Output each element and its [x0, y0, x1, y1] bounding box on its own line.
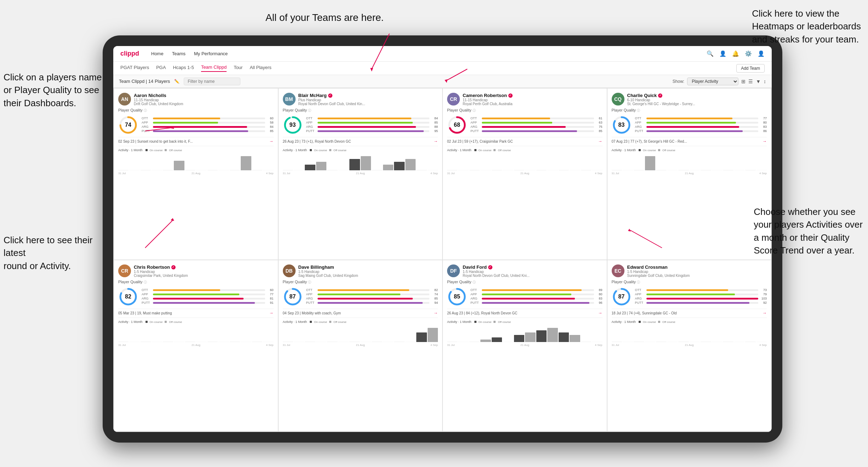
- player-card[interactable]: BM Blair McHarg ✓ Plus Handicap Royal No…: [279, 89, 442, 260]
- activity-title: Activity · 1 Month: [283, 148, 307, 152]
- search-icon[interactable]: 🔍: [707, 50, 714, 57]
- activity-title: Activity · 1 Month: [447, 320, 472, 324]
- filter-icon[interactable]: ▼: [756, 79, 761, 84]
- chart-bar: [196, 170, 206, 170]
- tab-all-players[interactable]: All Players: [250, 65, 271, 72]
- nav-my-performance[interactable]: My Performance: [194, 51, 228, 56]
- quality-circle[interactable]: 87: [612, 287, 632, 307]
- stat-label-putt: PUTT: [142, 129, 152, 133]
- player-club: Craigsimilar Park, United Kingdom: [134, 274, 274, 278]
- chart-area: [612, 325, 767, 343]
- tab-tour[interactable]: Tour: [234, 65, 242, 72]
- round-arrow-icon[interactable]: →: [598, 139, 603, 144]
- round-arrow-icon[interactable]: →: [269, 139, 274, 144]
- player-card[interactable]: EC Edward Crossman 1-5 Handicap Sunningd…: [607, 260, 771, 431]
- quality-circle[interactable]: 85: [447, 287, 467, 307]
- player-card[interactable]: DB Dave Billingham 1-5 Handicap Sag Main…: [279, 260, 442, 431]
- player-card[interactable]: CR Cameron Robertson ✓ 11-15 Handicap Ro…: [443, 89, 607, 260]
- latest-round[interactable]: 05 Mar 23 | 19, Must make putting →: [118, 309, 274, 315]
- settings-icon[interactable]: ⚙️: [745, 50, 752, 57]
- player-name[interactable]: Chris Robertson ✓: [134, 264, 274, 270]
- player-card[interactable]: CQ Charlie Quick ✓ 6-10 Handicap St. Geo…: [607, 89, 771, 260]
- player-name[interactable]: Aaron Nicholls: [134, 93, 274, 98]
- sort-icon[interactable]: ↕: [764, 79, 766, 84]
- tab-pgat[interactable]: PGAT Players: [120, 65, 149, 72]
- latest-round[interactable]: 26 Aug 23 | 73 (+1), Royal North Devon G…: [283, 137, 438, 144]
- player-name[interactable]: Charlie Quick ✓: [627, 93, 767, 98]
- stat-bar-app: [482, 294, 594, 295]
- player-name[interactable]: Blair McHarg ✓: [298, 93, 438, 98]
- quality-circle[interactable]: 68: [447, 115, 467, 135]
- quality-container[interactable]: 83 OTT 77 APP 80 ARG: [612, 115, 767, 135]
- chart-bar: [581, 170, 591, 170]
- chart-bar: [503, 342, 513, 342]
- player-name[interactable]: Cameron Robertson ✓: [463, 93, 603, 98]
- stat-value-ott: 77: [760, 116, 767, 120]
- latest-round[interactable]: 07 Aug 23 | 77 (+7), St George's Hill GC…: [612, 137, 767, 144]
- chart-bar: [327, 170, 337, 170]
- round-arrow-icon[interactable]: →: [763, 139, 767, 144]
- quality-container[interactable]: 87 OTT 73 APP 79 ARG: [612, 287, 767, 307]
- chart-dates: 31 Jul21 Aug4 Sep: [283, 172, 438, 175]
- round-arrow-icon[interactable]: →: [434, 311, 438, 315]
- quality-circle[interactable]: 83: [612, 115, 632, 135]
- quality-container[interactable]: 82 OTT 60 APP 77 ARG: [118, 287, 274, 307]
- latest-round[interactable]: 04 Sep 23 | Mobility with coach, Gym →: [283, 309, 438, 315]
- tab-pga[interactable]: PGA: [156, 65, 166, 72]
- latest-round[interactable]: 18 Jul 23 | 74 (+4), Sunningdale GC - Ol…: [612, 309, 767, 315]
- nav-logo[interactable]: clippd: [120, 50, 139, 57]
- quality-circle[interactable]: 74: [118, 115, 138, 135]
- list-view-icon[interactable]: ☰: [748, 79, 753, 84]
- quality-container[interactable]: 68 OTT 61 APP 63 ARG: [447, 115, 603, 135]
- edit-icon[interactable]: ✏️: [174, 79, 179, 84]
- nav-home[interactable]: Home: [151, 51, 164, 56]
- stat-label-app: APP: [635, 121, 645, 124]
- player-card[interactable]: CR Chris Robertson ✓ 1-5 Handicap Craigs…: [114, 260, 278, 431]
- quality-circle[interactable]: 87: [283, 287, 303, 307]
- chart-bar: [447, 170, 457, 170]
- chart-date: 31 Jul: [612, 343, 619, 347]
- quality-container[interactable]: 93 OTT 84 APP 85 ARG: [283, 115, 438, 135]
- quality-circle[interactable]: 82: [118, 287, 138, 307]
- chart-date: 31 Jul: [447, 343, 455, 347]
- tab-hcaps[interactable]: Hcaps 1-5: [173, 65, 194, 72]
- bell-icon[interactable]: 🔔: [732, 50, 739, 57]
- quality-container[interactable]: 74 OTT 60 APP 58 ARG: [118, 115, 274, 135]
- user-icon[interactable]: 👤: [719, 50, 726, 57]
- latest-round[interactable]: 26 Aug 23 | 84 (+12), Royal North Devon …: [447, 309, 603, 315]
- chart-date: 21 Aug: [685, 172, 694, 175]
- add-team-button[interactable]: Add Team: [736, 64, 765, 73]
- player-card[interactable]: DF David Ford ✓ 1-5 Handicap Royal North…: [443, 260, 607, 431]
- grid-view-icon[interactable]: ⊞: [741, 79, 746, 84]
- sub-nav-right: Add Team: [736, 64, 765, 73]
- round-arrow-icon[interactable]: →: [269, 311, 274, 315]
- quality-container[interactable]: 87 OTT 82 APP 74 ARG: [283, 287, 438, 307]
- stat-label-app: APP: [635, 292, 645, 296]
- chart-bar: [623, 170, 633, 170]
- latest-round[interactable]: 02 Sep 23 | Sunset round to get back int…: [118, 137, 274, 144]
- stat-bar-putt: [482, 130, 594, 132]
- stat-value-putt: 94: [431, 301, 438, 304]
- avatar-icon[interactable]: 👤: [758, 50, 765, 57]
- nav-teams[interactable]: Teams: [172, 51, 185, 56]
- chart-bar: [316, 162, 326, 170]
- search-input[interactable]: [184, 78, 240, 85]
- round-arrow-icon[interactable]: →: [598, 311, 603, 315]
- player-name[interactable]: Dave Billingham: [298, 264, 438, 270]
- player-name[interactable]: David Ford ✓: [463, 264, 603, 270]
- chart-bar: [338, 342, 349, 342]
- round-arrow-icon[interactable]: →: [763, 311, 767, 315]
- show-select[interactable]: Player Activity Quality Score Trend: [687, 78, 738, 85]
- tab-team-clippd[interactable]: Team Clippd: [201, 64, 227, 72]
- chart-bar: [252, 342, 262, 342]
- stat-label-app: APP: [306, 121, 316, 124]
- player-name[interactable]: Edward Crossman: [627, 264, 767, 270]
- latest-round[interactable]: 02 Jul 23 | 59 (+17), Craigsimilar Park …: [447, 137, 603, 144]
- chart-bar: [207, 342, 218, 342]
- stat-label-arg: ARG: [635, 125, 645, 129]
- player-card[interactable]: AN Aaron Nicholls 11-15 Handicap Drift G…: [114, 89, 278, 260]
- round-text: 02 Sep 23 | Sunset round to get back int…: [118, 139, 269, 143]
- quality-circle[interactable]: 93: [283, 115, 303, 135]
- round-arrow-icon[interactable]: →: [434, 139, 438, 144]
- quality-container[interactable]: 85 OTT 89 APP 80 ARG: [447, 287, 603, 307]
